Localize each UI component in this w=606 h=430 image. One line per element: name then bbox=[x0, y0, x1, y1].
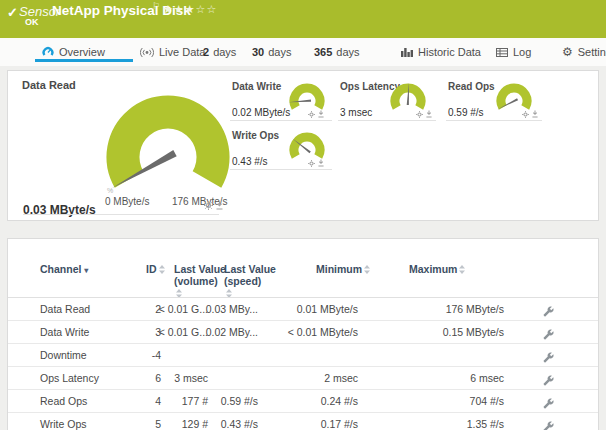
sensor-status-badge: OK bbox=[25, 17, 39, 27]
sort-arrows-icon[interactable] bbox=[459, 264, 465, 276]
gauge-read-ops: Read Ops 0.59 #/s bbox=[446, 81, 542, 121]
tab-label[interactable]: Settings bbox=[578, 46, 606, 58]
gauge-controls bbox=[522, 110, 538, 118]
gauge-data-write: Data Write 0.02 MByte/s bbox=[230, 81, 332, 121]
gauge-title: Read Ops bbox=[448, 81, 495, 92]
pin-down-icon[interactable] bbox=[426, 110, 432, 118]
cell-maximum: 176 MByte/s bbox=[388, 298, 504, 320]
column-header-id[interactable]: ID bbox=[146, 263, 165, 276]
table-body: Data Read 2 < 0.01 G... 0.03 MBy... 0.01… bbox=[8, 298, 598, 430]
table-row: Downtime -4 bbox=[8, 344, 598, 367]
status-ok-check-icon: ✓ bbox=[7, 5, 18, 20]
bar-chart-icon bbox=[401, 47, 413, 57]
gear-icon[interactable] bbox=[416, 111, 423, 118]
cell-maximum: 1.35 #/s bbox=[388, 413, 504, 430]
column-header-maximum[interactable]: Maximum bbox=[409, 263, 465, 276]
cell-minimum: 0.17 #/s bbox=[258, 413, 358, 430]
active-tab-indicator bbox=[35, 59, 133, 62]
cell-maximum: 6 msec bbox=[388, 367, 504, 389]
table-row: Data Write 3 < 0.01 G... 0.02 MBy... < 0… bbox=[8, 321, 598, 344]
stars-filled[interactable]: ★★★ bbox=[163, 3, 196, 15]
log-table-icon bbox=[496, 48, 508, 57]
pin-down-icon[interactable] bbox=[216, 201, 223, 210]
cell-last-value-speed bbox=[198, 344, 258, 366]
channel-settings-wrench-icon[interactable] bbox=[543, 395, 554, 413]
tab-number[interactable]: 365 bbox=[314, 46, 332, 58]
sensor-header: ✓ Sensor NetApp Physical Disk ⚐ ★★★☆☆ OK bbox=[0, 0, 606, 38]
tab-2-days[interactable]: 2 days bbox=[203, 38, 236, 66]
tab-label[interactable]: days bbox=[213, 46, 236, 58]
gauge-title: Write Ops bbox=[232, 130, 279, 141]
gauge-underline bbox=[338, 120, 436, 121]
cell-channel: Read Ops bbox=[40, 390, 87, 412]
cell-maximum: 0.15 MByte/s bbox=[388, 321, 504, 343]
cell-maximum: 704 #/s bbox=[388, 390, 504, 412]
tab-label[interactable]: Historic Data bbox=[418, 46, 481, 58]
pin-down-icon[interactable] bbox=[318, 110, 324, 118]
tab-label[interactable]: days bbox=[336, 46, 359, 58]
column-header-last-value-volume[interactable]: Last Value (volume) bbox=[174, 263, 226, 300]
gear-icon[interactable] bbox=[522, 111, 529, 118]
pin-down-icon[interactable] bbox=[532, 110, 538, 118]
gauge-title: Data Read bbox=[22, 79, 76, 91]
channel-settings-wrench-icon[interactable] bbox=[543, 418, 554, 430]
gauges-panel: Data Read % 0 MByte/s 176 MByte/s 0.03 M… bbox=[7, 70, 599, 221]
tab-365-days[interactable]: 365 days bbox=[314, 38, 360, 66]
stars-empty[interactable]: ☆☆ bbox=[196, 3, 218, 15]
tab-label[interactable]: Log bbox=[513, 46, 531, 58]
gauge-controls bbox=[416, 110, 432, 118]
tab-number[interactable]: 2 bbox=[203, 46, 209, 58]
sort-arrows-icon[interactable] bbox=[364, 264, 370, 276]
table-header-row: Channel ▾ ID Last Value (volume) Last Va… bbox=[8, 257, 598, 297]
cell-last-value-speed bbox=[198, 367, 258, 389]
cell-channel: Data Read bbox=[40, 298, 90, 320]
cell-maximum bbox=[388, 344, 504, 366]
gauge-title: Data Write bbox=[232, 81, 281, 92]
cell-channel: Ops Latency bbox=[40, 367, 99, 389]
cell-channel: Data Write bbox=[40, 321, 89, 343]
gauge-underline bbox=[23, 214, 219, 215]
tab-historic-data[interactable]: Historic Data bbox=[401, 38, 481, 66]
tab-log[interactable]: Log bbox=[496, 38, 531, 66]
channel-settings-wrench-icon[interactable] bbox=[543, 326, 554, 344]
gear-icon: ⚙ bbox=[562, 46, 573, 58]
tab-30-days[interactable]: 30 days bbox=[252, 38, 292, 66]
tab-number[interactable]: 30 bbox=[252, 46, 264, 58]
tab-label[interactable]: Overview bbox=[59, 46, 105, 58]
live-broadcast-icon bbox=[140, 47, 154, 58]
gauge-value: 0.02 MByte/s bbox=[232, 107, 290, 118]
gauge-controls bbox=[308, 159, 324, 167]
percent-toggle-icon[interactable]: % bbox=[107, 187, 113, 194]
pin-down-icon[interactable] bbox=[318, 159, 324, 167]
cell-minimum: 2 msec bbox=[258, 367, 358, 389]
gauge-controls bbox=[204, 201, 223, 210]
priority-stars[interactable]: ★★★☆☆ bbox=[163, 3, 217, 16]
sort-arrows-icon[interactable] bbox=[159, 264, 165, 276]
table-row: Data Read 2 < 0.01 G... 0.03 MBy... 0.01… bbox=[8, 298, 598, 321]
channel-settings-wrench-icon[interactable] bbox=[543, 349, 554, 367]
cell-minimum: 0.24 #/s bbox=[258, 390, 358, 412]
tab-label[interactable]: Live Data bbox=[159, 46, 205, 58]
channel-settings-wrench-icon[interactable] bbox=[543, 303, 554, 321]
column-header-last-value-speed[interactable]: Last Value (speed) bbox=[224, 263, 276, 300]
cell-last-value-speed: 0.43 #/s bbox=[198, 413, 258, 430]
sort-caret-icon[interactable]: ▾ bbox=[84, 266, 88, 275]
gauge-data-read: Data Read % 0 MByte/s 176 MByte/s 0.03 M… bbox=[8, 71, 228, 220]
tab-settings[interactable]: ⚙ Settings bbox=[562, 38, 606, 66]
cell-minimum: 0.01 MByte/s bbox=[258, 298, 358, 320]
gauge-value: 0.59 #/s bbox=[448, 107, 484, 118]
tab-live-data[interactable]: Live Data bbox=[140, 38, 205, 66]
gauge-underline bbox=[230, 120, 332, 121]
gauge-underline bbox=[230, 169, 332, 170]
table-row: Ops Latency 6 3 msec 2 msec 6 msec bbox=[8, 367, 598, 390]
cell-minimum: < 0.01 MByte/s bbox=[258, 321, 358, 343]
flag-icon[interactable]: ⚐ bbox=[152, 1, 160, 11]
gear-icon[interactable] bbox=[308, 160, 315, 167]
column-header-minimum[interactable]: Minimum bbox=[316, 263, 370, 276]
column-header-channel[interactable]: Channel ▾ bbox=[40, 263, 88, 275]
tab-label[interactable]: days bbox=[268, 46, 291, 58]
gear-icon[interactable] bbox=[308, 111, 315, 118]
gear-icon[interactable] bbox=[204, 201, 213, 210]
channel-settings-wrench-icon[interactable] bbox=[543, 372, 554, 390]
cell-channel: Downtime bbox=[40, 344, 87, 366]
